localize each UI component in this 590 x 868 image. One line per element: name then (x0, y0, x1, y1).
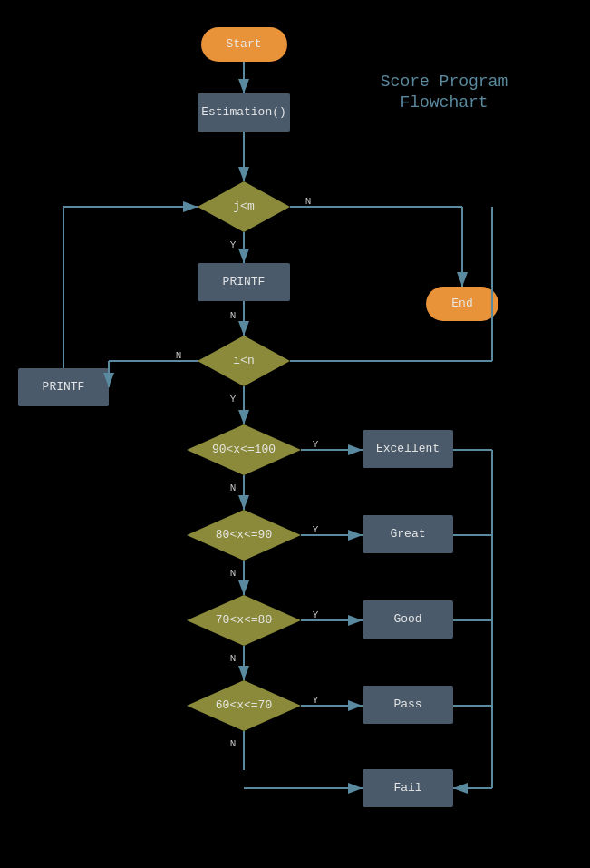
printf2-label: PRINTF (43, 380, 85, 394)
estimation-label: Estimation() (201, 105, 286, 119)
dec60-y-label: Y (313, 695, 319, 706)
jlm-y-label: Y (230, 239, 237, 250)
printf1-label: PRINTF (223, 275, 266, 288)
jlm-n-label: N (305, 196, 312, 207)
dec90-y-label: Y (313, 439, 319, 450)
dec90-n-label: N (230, 483, 237, 493)
iln-y-label: Y (230, 394, 237, 405)
iln-n-label: N (176, 350, 182, 361)
flowchart-container: Score Program Flowchart Start Estimation… (0, 0, 590, 868)
dec80-n-label: N (230, 568, 237, 579)
great-label: Great (390, 527, 425, 541)
good-label: Good (393, 612, 421, 626)
dec60-n-label: N (230, 738, 237, 749)
fail-label: Fail (393, 781, 421, 795)
dec70-y-label: Y (313, 610, 319, 620)
printf1-n-label: N (230, 310, 237, 321)
dec80-y-label: Y (313, 524, 319, 535)
dec90-100-label: 90<x<=100 (212, 443, 276, 456)
end-label: End (451, 297, 472, 310)
title-line1: Score Program (381, 73, 508, 91)
iln-decision-label: i<n (233, 354, 254, 367)
start-label: Start (226, 37, 261, 51)
dec70-80-label: 70<x<=80 (216, 613, 272, 627)
dec70-n-label: N (230, 653, 237, 664)
jlm-decision-label: j<m (233, 200, 255, 213)
excellent-label: Excellent (376, 442, 440, 455)
title-line2: Flowchart (400, 93, 488, 112)
dec60-70-label: 60<x<=70 (216, 698, 272, 712)
dec80-90-label: 80<x<=90 (216, 528, 272, 541)
pass-label: Pass (393, 697, 421, 711)
